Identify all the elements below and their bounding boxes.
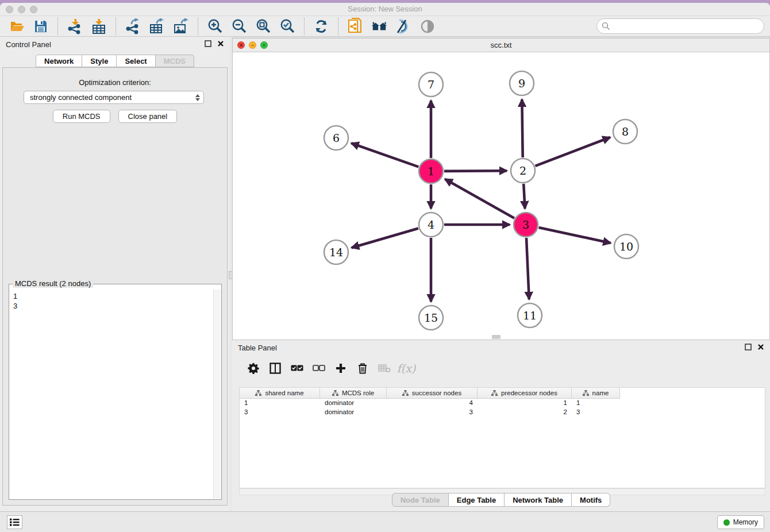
tab-mcds[interactable]: MCDS: [156, 55, 194, 67]
create-column-icon[interactable]: [332, 360, 349, 377]
close-table-panel-icon[interactable]: [757, 344, 764, 350]
node-4[interactable]: 4: [419, 213, 443, 237]
node-9[interactable]: 9: [510, 71, 534, 95]
column-header-mcds-role[interactable]: MCDS role: [320, 388, 387, 399]
table-row[interactable]: 1dominator411: [240, 399, 765, 408]
search-box[interactable]: [596, 18, 764, 34]
edge-3-10[interactable]: [538, 228, 610, 243]
column-header-shared-name[interactable]: shared name: [240, 388, 320, 399]
node-8[interactable]: 8: [613, 119, 637, 144]
export-network-icon[interactable]: [124, 18, 141, 35]
export-image-icon[interactable]: [172, 18, 190, 35]
tab-select[interactable]: Select: [117, 55, 155, 67]
table-cell[interactable]: 2: [478, 408, 572, 417]
node-14[interactable]: 14: [324, 240, 348, 264]
task-list-icon: [10, 518, 20, 526]
task-history-button[interactable]: [7, 515, 22, 529]
open-session-icon[interactable]: [8, 18, 25, 35]
tab-edge-table[interactable]: Edge Table: [449, 493, 505, 507]
float-panel-icon[interactable]: [205, 40, 211, 47]
node-3[interactable]: 3: [514, 213, 538, 237]
node-1[interactable]: 1: [419, 159, 443, 183]
result-item: 3: [13, 301, 213, 311]
edge-4-14[interactable]: [352, 228, 418, 248]
import-table-icon[interactable]: [90, 18, 107, 35]
node-7[interactable]: 7: [419, 72, 443, 97]
show-column-panel-icon[interactable]: [267, 360, 284, 377]
node-10[interactable]: 10: [614, 234, 638, 259]
select-all-columns-icon[interactable]: [288, 360, 306, 377]
table-panel-title: Table Panel: [238, 344, 277, 352]
node-6[interactable]: 6: [324, 126, 348, 150]
close-panel-button[interactable]: Close panel: [118, 110, 178, 123]
zoom-fit-icon[interactable]: [255, 18, 272, 35]
save-session-icon[interactable]: [32, 18, 49, 35]
zoom-selected-icon[interactable]: [279, 18, 296, 35]
edge-2-8[interactable]: [535, 137, 610, 166]
close-panel-icon[interactable]: [217, 40, 224, 47]
table-panel: Table Panel: [232, 340, 770, 511]
table-tabs: Node TableEdge TableNetwork TableMotifs: [232, 493, 770, 507]
table-cell[interactable]: 3: [240, 408, 320, 417]
table-row[interactable]: 3dominator323: [240, 408, 765, 417]
node-table[interactable]: shared nameMCDS rolesuccessor nodesprede…: [239, 387, 765, 488]
edge-1-2[interactable]: [444, 171, 507, 171]
zoom-in-icon[interactable]: [206, 18, 224, 35]
apply-layout-icon[interactable]: [313, 18, 330, 35]
table-cell[interactable]: 1: [478, 399, 572, 408]
hide-panels-icon[interactable]: [395, 18, 412, 35]
network-graph[interactable]: 7968124314101511: [233, 52, 769, 340]
result-scrollbar[interactable]: [213, 290, 221, 499]
table-cell[interactable]: dominator: [320, 408, 387, 417]
edge-1-6[interactable]: [351, 143, 418, 167]
table-cell[interactable]: 3: [572, 408, 620, 417]
edge-3-1[interactable]: [445, 179, 514, 218]
column-header-label: name: [592, 390, 609, 396]
svg-text:9: 9: [518, 77, 525, 90]
network-canvas[interactable]: 7968124314101511: [233, 52, 769, 340]
zoom-out-icon[interactable]: [230, 18, 248, 35]
clone-network-icon[interactable]: [346, 18, 364, 35]
delete-columns-icon[interactable]: [354, 360, 371, 377]
column-header-predecessor-nodes[interactable]: predecessor nodes: [478, 388, 572, 399]
canvas-resize-handle[interactable]: [492, 335, 500, 339]
import-network-icon[interactable]: [66, 18, 83, 35]
optimization-criterion-select[interactable]: strongly connected component: [24, 91, 204, 104]
column-type-icon: [583, 390, 589, 396]
svg-text:1: 1: [428, 165, 434, 178]
optimization-criterion-value: strongly connected component: [30, 93, 195, 102]
node-2[interactable]: 2: [511, 159, 535, 183]
column-header-name[interactable]: name: [572, 388, 620, 399]
column-header-label: predecessor nodes: [501, 390, 557, 396]
table-cell[interactable]: 1: [240, 399, 320, 408]
table-cell[interactable]: dominator: [320, 399, 387, 408]
edge-2-9[interactable]: [522, 99, 522, 157]
mcds-result-list[interactable]: 13: [10, 290, 213, 499]
result-item: 1: [13, 291, 213, 301]
network-overview-icon[interactable]: [371, 18, 388, 35]
float-table-panel-icon[interactable]: [745, 344, 752, 350]
unselect-all-columns-icon[interactable]: [310, 360, 328, 377]
table-cell[interactable]: 3: [387, 408, 478, 417]
tab-network-table[interactable]: Network Table: [505, 493, 572, 507]
memory-button[interactable]: Memory: [717, 515, 764, 529]
tab-node-table[interactable]: Node Table: [392, 493, 449, 507]
search-input[interactable]: [613, 21, 764, 32]
show-graphics-details-icon[interactable]: [419, 18, 436, 35]
network-window-title: scc.txt: [233, 41, 769, 49]
tab-network[interactable]: Network: [36, 55, 82, 67]
table-options-icon[interactable]: [245, 360, 262, 377]
tab-style[interactable]: Style: [82, 55, 117, 67]
node-11[interactable]: 11: [518, 303, 542, 327]
edge-2-3[interactable]: [523, 184, 525, 209]
export-table-icon[interactable]: [148, 18, 165, 35]
column-header-successor-nodes[interactable]: successor nodes: [387, 388, 478, 399]
tab-motifs[interactable]: Motifs: [572, 493, 610, 507]
run-mcds-button[interactable]: Run MCDS: [53, 110, 110, 123]
edge-3-11[interactable]: [526, 238, 529, 299]
toolbar-separator: [57, 18, 58, 35]
table-cell[interactable]: 1: [572, 399, 620, 408]
mcds-panel: Optimization criterion: strongly connect…: [2, 67, 228, 506]
node-15[interactable]: 15: [419, 306, 443, 330]
table-cell[interactable]: 4: [387, 399, 478, 408]
